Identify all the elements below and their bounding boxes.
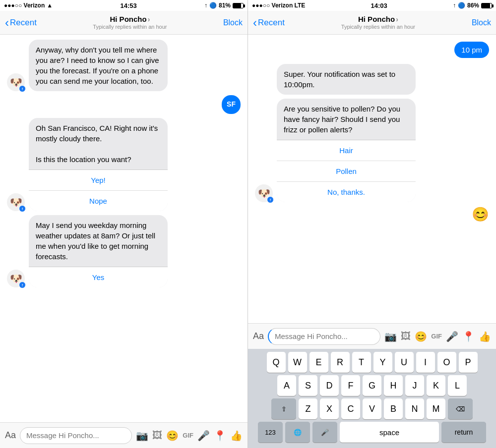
choice-msg-4: May I send you weekday morning weather u… xyxy=(29,215,168,267)
key-F[interactable]: F xyxy=(341,375,360,396)
key-V[interactable]: V xyxy=(363,398,381,419)
key-Q[interactable]: Q xyxy=(267,352,286,373)
signal-left: ●●●○○ Verizon xyxy=(4,2,45,9)
key-I[interactable]: I xyxy=(416,352,435,373)
message-input-right[interactable] xyxy=(268,328,380,345)
block-button-right[interactable]: Block xyxy=(472,18,491,27)
mic-icon-right[interactable]: 🎤 xyxy=(446,331,458,342)
avatar-poncho-3: 🐶 f xyxy=(7,193,25,211)
msg-row-3: 🐶 f Oh San Francisco, CA! Right now it's… xyxy=(7,118,241,211)
space-key[interactable]: space xyxy=(340,422,439,443)
key-S[interactable]: S xyxy=(299,375,317,396)
msg-row-r0: 10 pm xyxy=(255,40,489,60)
camera-icon-left[interactable]: 📷 xyxy=(136,430,148,442)
camera-icon-right[interactable]: 📷 xyxy=(384,331,397,342)
chat-area-left: 🐶 f Anyway, why don't you tell me where … xyxy=(0,35,248,422)
gif-icon-left[interactable]: GIF xyxy=(183,432,193,439)
choice-msg-r2: Are you sensitive to pollen? Do you have… xyxy=(277,99,416,140)
msg-row-1: 🐶 f Anyway, why don't you tell me where … xyxy=(7,40,241,91)
input-bar-left: Aa 📷 🖼 😊 GIF 🎤 📍 👍 xyxy=(0,422,248,448)
key-E[interactable]: E xyxy=(310,352,328,373)
battery-left: 81% xyxy=(219,2,231,9)
left-panel: ●●●○○ Verizon ▲ 14:53 ↑ 🔵 81% Recent Hi … xyxy=(0,0,248,448)
choice-nope-btn[interactable]: Nope xyxy=(29,191,168,211)
choice-nothanks-btn[interactable]: No, thanks. xyxy=(277,182,416,202)
like-icon-left[interactable]: 👍 xyxy=(230,430,243,442)
emoji-icon-left[interactable]: 😊 xyxy=(166,430,179,442)
mic-icon-left[interactable]: 🎤 xyxy=(197,430,210,442)
location-icon-right[interactable]: 📍 xyxy=(462,331,475,342)
input-bar-right: Aa 📷 🖼 😊 GIF 🎤 📍 👍 xyxy=(248,323,496,349)
like-icon-right[interactable]: 👍 xyxy=(479,331,491,342)
key-M[interactable]: M xyxy=(427,398,445,419)
key-A[interactable]: A xyxy=(277,375,296,396)
choice-pollen-btn[interactable]: Pollen xyxy=(277,161,416,182)
messenger-badge-1: f xyxy=(19,85,26,92)
bluetooth-icon-left: 🔵 xyxy=(209,2,217,9)
gif-icon-right[interactable]: GIF xyxy=(431,333,442,340)
messenger-badge-3: f xyxy=(19,205,26,212)
key-N[interactable]: N xyxy=(405,398,424,419)
back-button-left[interactable]: Recent xyxy=(5,17,37,29)
key-P[interactable]: P xyxy=(459,352,478,373)
globe-key[interactable]: 🌐 xyxy=(285,422,310,443)
key-H[interactable]: H xyxy=(384,375,403,396)
back-button-right[interactable]: Recent xyxy=(253,17,285,29)
battery-bar-right xyxy=(481,3,492,8)
msg-row-2: SF xyxy=(7,95,241,114)
key-X[interactable]: X xyxy=(320,398,339,419)
choice-yes-btn[interactable]: Yes xyxy=(29,267,168,287)
nav-title-right[interactable]: Hi Poncho xyxy=(358,15,398,24)
aa-icon-right: Aa xyxy=(253,331,264,341)
numbers-key[interactable]: 123 xyxy=(258,422,283,443)
status-carrier-left: ●●●○○ Verizon ▲ xyxy=(4,2,53,9)
key-K[interactable]: K xyxy=(427,375,445,396)
status-right-right: ↑ 🔵 86% xyxy=(453,2,492,9)
nav-center-left: Hi Poncho Typically replies within an ho… xyxy=(93,15,167,30)
key-T[interactable]: T xyxy=(352,352,371,373)
emoji-icon-right[interactable]: 😊 xyxy=(415,331,427,342)
kb-row-1: Q W E R T Y U I O P xyxy=(250,352,494,373)
status-bar-right: ●●●○○ Verizon LTE 14:03 ↑ 🔵 86% xyxy=(248,0,496,11)
msg-row-r2: 🐶 f Are you sensitive to pollen? Do you … xyxy=(255,99,489,202)
battery-right: 86% xyxy=(467,2,479,9)
shift-key[interactable]: ⇧ xyxy=(271,398,296,419)
choice-hair-btn[interactable]: Hair xyxy=(277,140,416,161)
key-B[interactable]: B xyxy=(384,398,403,419)
key-D[interactable]: D xyxy=(320,375,339,396)
arrow-icon-left: ↑ xyxy=(204,2,207,9)
status-carrier-right: ●●●○○ Verizon LTE xyxy=(252,2,305,9)
bubble-1: Anyway, why don't you tell me where you … xyxy=(29,40,168,91)
bubble-sent-sf: SF xyxy=(222,95,241,114)
nav-bar-right: Recent Hi Poncho Typically replies withi… xyxy=(248,11,496,35)
image-icon-right[interactable]: 🖼 xyxy=(401,331,411,342)
key-U[interactable]: U xyxy=(395,352,414,373)
location-icon-left[interactable]: 📍 xyxy=(214,430,226,442)
kb-row-4: 123 🌐 🎤 space return xyxy=(250,422,494,443)
key-L[interactable]: L xyxy=(448,375,467,396)
key-C[interactable]: C xyxy=(341,398,360,419)
keyboard: Q W E R T Y U I O P A S D F G H J K L ⇧ … xyxy=(248,349,496,448)
block-button-left[interactable]: Block xyxy=(223,18,243,27)
bubble-r1: Super. Your notification was set to 10:0… xyxy=(277,64,416,95)
key-O[interactable]: O xyxy=(437,352,456,373)
bubble-sent-10pm: 10 pm xyxy=(454,42,489,58)
key-J[interactable]: J xyxy=(405,375,424,396)
key-Y[interactable]: Y xyxy=(373,352,392,373)
dictation-key[interactable]: 🎤 xyxy=(312,422,337,443)
chat-area-right: 10 pm Super. Your notification was set t… xyxy=(248,35,496,323)
avatar-poncho-4: 🐶 f xyxy=(7,270,25,287)
message-input-left[interactable] xyxy=(20,427,132,444)
choice-yep-btn[interactable]: Yep! xyxy=(29,170,168,191)
backspace-key[interactable]: ⌫ xyxy=(448,398,473,419)
choices-bubble-3: Oh San Francisco, CA! Right now it's mos… xyxy=(29,118,168,211)
key-Z[interactable]: Z xyxy=(299,398,317,419)
return-key[interactable]: return xyxy=(441,422,486,443)
nav-title-left[interactable]: Hi Poncho xyxy=(110,15,150,24)
avatar-poncho-1: 🐶 f xyxy=(7,73,25,91)
key-G[interactable]: G xyxy=(363,375,381,396)
right-panel: ●●●○○ Verizon LTE 14:03 ↑ 🔵 86% Recent H… xyxy=(248,0,496,448)
image-icon-left[interactable]: 🖼 xyxy=(152,430,162,441)
key-W[interactable]: W xyxy=(288,352,307,373)
key-R[interactable]: R xyxy=(331,352,350,373)
